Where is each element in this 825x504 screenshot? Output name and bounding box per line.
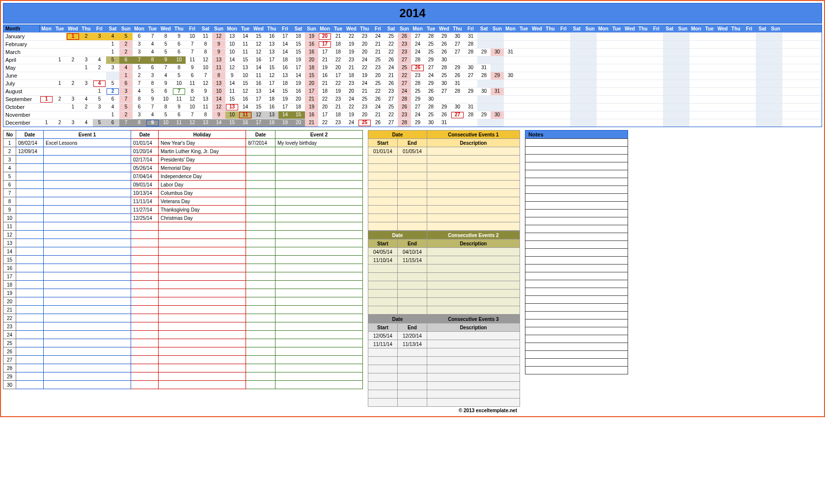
events-cell[interactable] xyxy=(246,347,275,356)
consec-cell[interactable] xyxy=(397,206,427,214)
calendar-cell[interactable]: 14 xyxy=(225,56,239,64)
calendar-cell[interactable]: 14 xyxy=(292,72,305,80)
events-cell[interactable] xyxy=(131,347,159,356)
consec-cell[interactable]: 04/05/14 xyxy=(368,248,398,256)
calendar-cell[interactable]: 6 xyxy=(106,96,119,103)
calendar-cell[interactable]: 1 xyxy=(93,88,106,95)
calendar-cell[interactable]: 25 xyxy=(438,72,451,80)
calendar-cell[interactable]: 27 xyxy=(424,64,438,72)
events-cell[interactable] xyxy=(44,297,131,306)
calendar-cell[interactable]: 5 xyxy=(119,33,133,40)
events-cell[interactable] xyxy=(275,306,363,314)
calendar-cell[interactable]: 6 xyxy=(119,80,133,87)
calendar-cell[interactable]: 15 xyxy=(292,49,305,56)
calendar-cell[interactable]: 26 xyxy=(411,64,424,72)
events-cell[interactable]: 11/27/14 xyxy=(131,206,159,214)
calendar-cell[interactable]: 26 xyxy=(398,33,411,40)
events-cell[interactable]: 7 xyxy=(3,189,16,197)
events-cell[interactable] xyxy=(275,172,363,181)
calendar-cell[interactable]: 27 xyxy=(464,72,477,80)
consec-cell[interactable] xyxy=(397,298,427,306)
calendar-cell[interactable]: 22 xyxy=(345,33,358,40)
consec-cell[interactable] xyxy=(427,197,520,206)
notes-row[interactable] xyxy=(525,303,628,312)
notes-row[interactable] xyxy=(525,358,628,367)
calendar-cell[interactable]: 15 xyxy=(292,111,305,119)
calendar-cell[interactable]: 26 xyxy=(371,119,385,127)
events-cell[interactable] xyxy=(159,281,246,289)
calendar-cell[interactable]: 13 xyxy=(212,80,225,87)
notes-row[interactable] xyxy=(525,178,628,186)
events-cell[interactable] xyxy=(246,256,275,264)
events-cell[interactable] xyxy=(275,231,363,239)
calendar-cell[interactable]: 28 xyxy=(411,80,424,87)
events-cell[interactable] xyxy=(246,239,275,247)
events-cell[interactable] xyxy=(275,322,363,331)
events-cell[interactable] xyxy=(275,272,363,281)
events-cell[interactable]: 20 xyxy=(3,297,16,306)
calendar-cell[interactable]: 7 xyxy=(146,104,159,111)
notes-row[interactable] xyxy=(525,335,628,343)
calendar-cell[interactable]: 21 xyxy=(318,56,331,64)
calendar-cell[interactable]: 12 xyxy=(265,72,278,80)
events-cell[interactable]: 4 xyxy=(3,164,16,172)
calendar-cell[interactable]: 28 xyxy=(464,41,477,48)
consec-cell[interactable] xyxy=(397,197,427,206)
calendar-cell[interactable]: 16 xyxy=(305,49,318,56)
events-cell[interactable] xyxy=(44,364,131,372)
events-cell[interactable] xyxy=(44,164,131,172)
calendar-cell[interactable]: 3 xyxy=(66,119,80,127)
calendar-cell[interactable]: 11 xyxy=(172,119,186,127)
calendar-cell[interactable]: 3 xyxy=(119,88,133,95)
events-cell[interactable] xyxy=(16,306,44,314)
events-cell[interactable]: Thanksgiving Day xyxy=(159,206,246,214)
calendar-cell[interactable]: 22 xyxy=(371,88,385,95)
consec-cell[interactable] xyxy=(397,373,427,382)
events-cell[interactable] xyxy=(16,356,44,364)
events-cell[interactable] xyxy=(246,172,275,181)
calendar-cell[interactable]: 15 xyxy=(265,64,278,72)
calendar-cell[interactable]: 26 xyxy=(398,104,411,111)
calendar-cell[interactable]: 12 xyxy=(212,33,225,40)
consec-cell[interactable] xyxy=(397,273,427,281)
consec-cell[interactable] xyxy=(368,398,398,407)
events-cell[interactable]: 02/17/14 xyxy=(131,156,159,164)
events-cell[interactable] xyxy=(246,289,275,297)
calendar-cell[interactable]: 3 xyxy=(133,49,146,56)
calendar-cell[interactable]: 29 xyxy=(464,88,477,95)
calendar-cell[interactable]: 13 xyxy=(265,111,278,119)
calendar-cell[interactable]: 22 xyxy=(318,96,331,103)
calendar-cell[interactable]: 16 xyxy=(305,111,318,119)
calendar-cell[interactable]: 7 xyxy=(186,111,199,119)
events-cell[interactable] xyxy=(131,306,159,314)
consec-cell[interactable] xyxy=(368,365,398,373)
events-cell[interactable]: 09/01/14 xyxy=(131,181,159,189)
calendar-cell[interactable]: 11 xyxy=(186,80,199,87)
events-cell[interactable]: 19 xyxy=(3,289,16,297)
events-cell[interactable] xyxy=(246,281,275,289)
consec-cell[interactable]: 11/15/14 xyxy=(397,256,427,265)
calendar-cell[interactable]: 24 xyxy=(385,64,398,72)
events-cell[interactable]: 23 xyxy=(3,322,16,331)
calendar-cell[interactable]: 7 xyxy=(119,96,133,103)
calendar-cell[interactable]: 10 xyxy=(159,119,172,127)
consec-cell[interactable] xyxy=(368,265,398,273)
calendar-cell[interactable]: 23 xyxy=(385,88,398,95)
consec-cell[interactable] xyxy=(397,189,427,197)
calendar-cell[interactable]: 15 xyxy=(225,96,239,103)
events-cell[interactable] xyxy=(246,197,275,206)
calendar-cell[interactable]: 29 xyxy=(438,33,451,40)
calendar-cell[interactable]: 14 xyxy=(252,64,265,72)
calendar-cell[interactable]: 26 xyxy=(451,72,464,80)
calendar-cell[interactable]: 15 xyxy=(305,72,318,80)
consec-cell[interactable] xyxy=(397,357,427,365)
calendar-cell[interactable]: 7 xyxy=(186,49,199,56)
calendar-cell[interactable]: 21 xyxy=(318,80,331,87)
calendar-cell[interactable]: 24 xyxy=(411,111,424,119)
events-cell[interactable]: Memorial Day xyxy=(159,164,246,172)
events-cell[interactable] xyxy=(246,272,275,281)
events-cell[interactable] xyxy=(159,264,246,272)
calendar-cell[interactable]: 9 xyxy=(172,33,186,40)
calendar-cell[interactable]: 13 xyxy=(265,49,278,56)
calendar-cell[interactable]: 9 xyxy=(199,88,212,95)
